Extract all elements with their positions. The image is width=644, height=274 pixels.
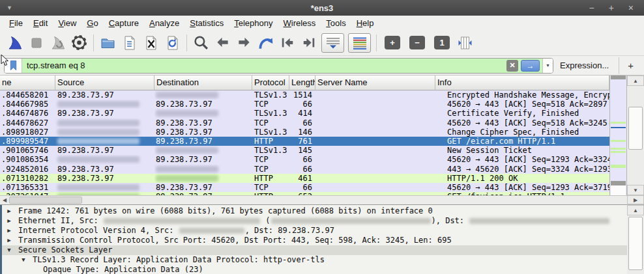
go-first-button[interactable] (276, 33, 298, 53)
proto-tree-row[interactable]: Opaque Type: Application Data (23) (0, 265, 627, 274)
scrollbar-thumb[interactable] (628, 217, 643, 270)
expand-arrow-icon[interactable]: ▶ (5, 226, 13, 236)
cell-length: 146 (289, 128, 315, 137)
packet-row[interactable]: .90108635489.238.73.97TCP6645620 → 443 [… (0, 155, 609, 164)
packet-row[interactable]: .07136533189.238.73.97TCP6645620 → 443 [… (0, 183, 609, 192)
packet-list-hscrollbar[interactable]: ◀ (0, 195, 627, 204)
expand-arrow-icon[interactable]: ▶ (5, 216, 13, 226)
proto-tree-row[interactable]: ▶Transmission Control Protocol, Src Port… (0, 236, 627, 245)
cell-source (55, 183, 154, 192)
cell-server-name (315, 118, 435, 128)
menu-telephony[interactable]: Telephony (229, 17, 278, 29)
packet-row[interactable]: .84466798589.238.73.97TCP6645620 → 443 [… (0, 100, 609, 109)
filter-apply-button[interactable]: → (521, 60, 540, 72)
toolbar-separator (376, 34, 377, 51)
menu-capture[interactable]: Capture (104, 17, 144, 29)
collapse-arrow-icon[interactable]: ▼ (20, 255, 27, 265)
expand-arrow-icon[interactable]: ▶ (5, 206, 13, 216)
proto-tree-row[interactable]: ▼Secure Sockets Layer (0, 245, 627, 255)
collapse-arrow-icon[interactable]: ▼ (5, 245, 13, 255)
close-file-button[interactable] (140, 33, 162, 53)
scroll-right-arrow[interactable]: ▶ (627, 195, 644, 204)
find-packet-button[interactable] (190, 33, 212, 53)
scroll-left-arrow[interactable]: ◀ (0, 196, 9, 204)
packet-row[interactable]: .89998954789.238.73.97HTTP761GET /eicar.… (0, 137, 609, 146)
scrollbar-thumb[interactable] (628, 107, 643, 150)
scroll-down-arrow[interactable]: ▼ (627, 185, 644, 195)
col-header-source[interactable]: Source (55, 75, 154, 90)
menu-edit[interactable]: Edit (28, 17, 53, 29)
menu-analyze[interactable]: Analyze (144, 17, 184, 29)
packet-row[interactable]: .07131028289.238.73.97HTTP461HTTP/1.1 20… (0, 174, 609, 183)
menu-help[interactable]: Help (351, 17, 379, 29)
cell-length: 761 (289, 137, 315, 146)
col-header-info[interactable]: Info (435, 75, 609, 90)
menu-file[interactable]: File (4, 17, 28, 29)
cell-protocol: TCP (252, 155, 289, 164)
colorize-toggle-button[interactable] (348, 33, 371, 53)
zoom-original-button[interactable]: 1 (434, 36, 450, 49)
menu-view[interactable]: View (53, 17, 81, 29)
packet-minimap[interactable] (609, 75, 627, 195)
zoom-in-button[interactable]: + (385, 36, 400, 49)
window-menu-icon[interactable]: ▼ (7, 5, 12, 11)
go-forward-button[interactable] (233, 33, 255, 53)
auto-scroll-toggle-button[interactable] (321, 33, 344, 53)
col-header-protocol[interactable]: Protocol (252, 75, 289, 90)
auto-scroll-icon (325, 36, 341, 49)
open-file-button[interactable] (97, 33, 119, 53)
details-vscrollbar[interactable]: ▲ (627, 204, 644, 274)
scrollbar-thumb[interactable] (9, 197, 82, 204)
capture-options-button[interactable] (68, 33, 90, 53)
maximize-button[interactable]: + (609, 3, 614, 13)
cell-info: 45620 → 443 [ACK] Seq=1293 Ack=3324 (435, 155, 609, 164)
col-header-destination[interactable]: Destination (154, 75, 252, 90)
proto-tree-row[interactable]: ▼TLSv1.3 Record Layer: Application Data … (0, 255, 627, 265)
menu-statistics[interactable]: Statistics (184, 17, 229, 29)
go-to-packet-button[interactable] (255, 33, 276, 53)
expression-button[interactable]: Expression... (553, 61, 615, 70)
proto-tree-row[interactable]: ▶Frame 1242: 761 bytes on wire (6088 bit… (0, 206, 627, 216)
cell-info: Certificate Verify, Finished (435, 109, 609, 118)
packet-row[interactable]: .84467487689.238.73.97TLSv1.3414Certific… (0, 109, 609, 118)
expand-arrow-icon[interactable]: ▶ (5, 236, 13, 245)
filter-input[interactable] (22, 61, 506, 70)
reload-file-button[interactable] (162, 33, 183, 53)
cell-server-name (315, 183, 435, 192)
proto-tree-row[interactable]: ▶Ethernet II, Src: (), Dst: (0, 216, 627, 226)
cell-info: HTTP/1.1 200 OK (435, 174, 609, 183)
menu-go[interactable]: Go (81, 17, 103, 29)
filter-clear-button[interactable]: ✕ (506, 60, 518, 72)
save-file-button[interactable] (119, 33, 140, 53)
cell-protocol: TLSv1.3 (252, 109, 289, 118)
menu-tools[interactable]: Tools (321, 17, 351, 29)
col-header-ne[interactable]: ne (0, 75, 55, 90)
add-filter-button[interactable]: + (622, 60, 639, 71)
filter-history-dropdown[interactable]: ▾ (542, 59, 553, 73)
go-last-button[interactable] (298, 33, 319, 53)
minimize-button[interactable]: − (589, 3, 594, 13)
proto-tree-row[interactable]: ▶Internet Protocol Version 4, Src: , Dst… (0, 226, 627, 236)
close-button[interactable]: × (628, 3, 634, 13)
cell-length: 1514 (289, 90, 315, 100)
title-bar: ▼ *ens3 − + × (0, 0, 644, 16)
resize-columns-button[interactable] (454, 33, 476, 53)
toolbar-separator (93, 34, 94, 51)
packet-row[interactable]: .89891802789.238.73.97TLSv1.3146Change C… (0, 128, 609, 137)
restart-capture-button[interactable] (47, 33, 68, 53)
start-capture-button[interactable] (4, 33, 25, 53)
scroll-up-arrow[interactable]: ▲ (627, 205, 644, 215)
menu-wireless[interactable]: Wireless (278, 17, 321, 29)
packet-list-vscrollbar[interactable]: ▲ ▼ (627, 75, 644, 195)
go-back-button[interactable] (212, 33, 233, 53)
packet-row[interactable]: .92485201689.238.73.97TCP66443 → 45620 [… (0, 165, 609, 174)
packet-row[interactable]: .90106574689.238.73.97TLSv1.3145New Sess… (0, 146, 609, 155)
zoom-out-button[interactable]: − (409, 36, 425, 49)
packet-row[interactable]: .84467862789.238.73.97TCP6645620 → 443 [… (0, 118, 609, 128)
scroll-up-arrow[interactable]: ▲ (627, 75, 644, 86)
stop-capture-button[interactable] (25, 33, 47, 53)
redacted-data (469, 218, 609, 224)
packet-row[interactable]: .84465820189.238.73.97TLSv1.31514Encrypt… (0, 90, 609, 100)
col-header-length[interactable]: Length (289, 75, 315, 90)
col-header-server-name[interactable]: Server Name (315, 75, 435, 90)
